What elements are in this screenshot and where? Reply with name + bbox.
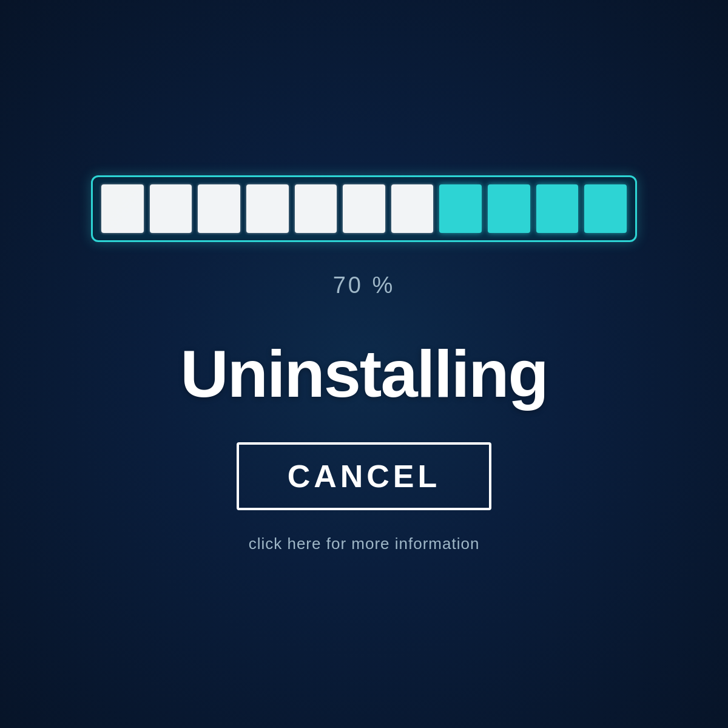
info-link[interactable]: click here for more information xyxy=(249,534,480,553)
progress-bar xyxy=(91,175,637,242)
progress-segment-1 xyxy=(101,184,144,233)
progress-segment-3 xyxy=(198,184,240,233)
progress-segment-7 xyxy=(391,184,434,233)
progress-segment-5 xyxy=(295,184,337,233)
progress-segment-2 xyxy=(150,184,192,233)
progress-segment-11 xyxy=(584,184,627,233)
progress-segment-10 xyxy=(536,184,579,233)
cancel-button-label: CANCEL xyxy=(288,459,441,494)
progress-bar-wrapper xyxy=(91,175,637,242)
status-title: Uninstalling xyxy=(180,335,547,412)
progress-segment-8 xyxy=(439,184,482,233)
cancel-button[interactable]: CANCEL xyxy=(237,442,492,510)
main-container: 70 % Uninstalling CANCEL click here for … xyxy=(91,175,637,553)
progress-percentage: 70 % xyxy=(333,272,396,298)
progress-segment-4 xyxy=(246,184,289,233)
progress-segment-9 xyxy=(488,184,530,233)
progress-segment-6 xyxy=(343,184,385,233)
